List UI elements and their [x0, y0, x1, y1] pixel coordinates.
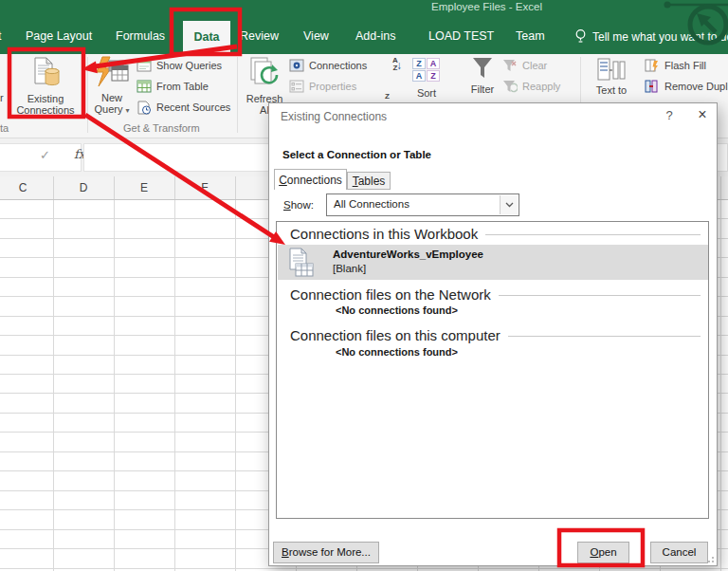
- group-label-partial: ta: [0, 122, 9, 134]
- no-connections-network: <No connections found>: [336, 304, 458, 316]
- flash-fill-label: Flash Fill: [664, 60, 706, 71]
- tab-tables[interactable]: Tables: [347, 172, 391, 190]
- connections-list[interactable]: Connections in this Workbook AdventureWo…: [276, 221, 709, 519]
- tab-view[interactable]: View: [303, 19, 329, 54]
- title-bar: Employee Files - Excel: [0, 0, 728, 19]
- new-query-button[interactable]: New Query ▾: [90, 55, 134, 115]
- enter-check-icon[interactable]: ✓: [40, 148, 50, 162]
- new-query-caret-icon: ▾: [126, 106, 130, 115]
- tab-formulas[interactable]: Formulas: [116, 19, 165, 54]
- existing-connections-label-2: Connections: [8, 104, 83, 116]
- cancel-button[interactable]: Cancel: [650, 542, 708, 563]
- tab-partial-left[interactable]: t: [0, 19, 1, 54]
- tab-data[interactable]: Data: [183, 19, 230, 54]
- sort-label: Sort: [408, 87, 446, 99]
- properties-button[interactable]: Properties: [289, 78, 356, 95]
- no-connections-computer: <No connections found>: [336, 346, 458, 358]
- ribbon-tab-row: t Page Layout Formulas Data Review View …: [0, 19, 728, 54]
- show-dropdown-value: All Connections: [334, 198, 410, 210]
- remove-duplicates-label: Remove Duplic: [664, 81, 728, 92]
- text-to-columns-icon: [597, 58, 626, 83]
- window-title: Employee Files - Excel: [431, 1, 542, 12]
- resize-grip[interactable]: [705, 554, 714, 562]
- dropdown-button[interactable]: [500, 195, 518, 214]
- browse-for-more-button[interactable]: Browse for More...: [273, 542, 379, 563]
- connections-icon: [289, 59, 304, 73]
- tab-page-layout[interactable]: Page Layout: [26, 19, 92, 54]
- existing-connections-dialog: Existing Connections ? × Select a Connec…: [268, 102, 718, 566]
- chevron-down-icon: [505, 202, 514, 208]
- text-to-columns-label: Text to: [590, 84, 633, 96]
- close-icon[interactable]: ×: [691, 106, 714, 125]
- reapply-filter-label: Reapply: [522, 81, 560, 92]
- remove-duplicates-button[interactable]: Remove Duplic: [645, 78, 728, 95]
- sort-descending-partial[interactable]: Z: [385, 92, 390, 101]
- existing-connections-icon: [29, 57, 62, 91]
- filter-label: Filter: [463, 83, 502, 95]
- reapply-filter-button[interactable]: Reapply: [502, 78, 560, 95]
- column-header-d[interactable]: D: [53, 176, 114, 200]
- existing-connections-button[interactable]: Existing Connections: [8, 55, 83, 116]
- recorder-watermark-icon: [660, 0, 728, 46]
- column-header-f[interactable]: F: [174, 176, 235, 200]
- dialog-title: Existing Connections: [281, 110, 387, 123]
- sort-dialog-icon: Z A A Z: [412, 58, 441, 82]
- new-query-label-1: New: [90, 92, 134, 103]
- tab-load-test[interactable]: LOAD TEST: [428, 19, 494, 54]
- group-header-computer: Connection files on this computer: [290, 327, 701, 343]
- tab-connections[interactable]: Connections: [274, 169, 347, 190]
- column-header-c[interactable]: C: [0, 176, 53, 200]
- connection-file-icon: [288, 248, 315, 277]
- clear-filter-button[interactable]: Clear: [502, 57, 547, 74]
- from-table-icon: [136, 80, 152, 94]
- connections-label: Connections: [309, 60, 367, 71]
- partial-left-button-text: r: [0, 92, 4, 103]
- filter-icon: [472, 57, 493, 82]
- show-queries-label: Show Queries: [156, 60, 222, 71]
- group-divider: [237, 57, 238, 133]
- dialog-heading: Select a Connection or Table: [282, 149, 431, 160]
- recent-sources-icon: [136, 101, 152, 115]
- excel-window: Employee Files - Excel t Page Layout For…: [0, 0, 728, 571]
- connection-detail: [Blank]: [333, 263, 366, 274]
- recent-sources-button[interactable]: Recent Sources: [136, 99, 230, 116]
- tab-add-ins[interactable]: Add-ins: [355, 19, 395, 54]
- new-query-icon: [93, 56, 131, 90]
- lightbulb-icon: [574, 28, 587, 45]
- new-query-label-2: Query: [94, 103, 122, 115]
- column-header-e[interactable]: E: [114, 176, 174, 200]
- from-table-label: From Table: [156, 81, 209, 92]
- clear-filter-label: Clear: [522, 60, 547, 71]
- connection-name: AdventureWorks_vEmployee: [333, 249, 483, 260]
- text-to-columns-button[interactable]: Text to: [590, 55, 633, 96]
- flash-fill-icon: [645, 59, 660, 73]
- group-header-network: Connection files on the Network: [290, 286, 701, 303]
- clear-filter-icon: [502, 59, 518, 73]
- sort-ascending-button[interactable]: A Z ↓: [384, 57, 407, 72]
- tab-team[interactable]: Team: [516, 19, 545, 54]
- group-divider: [87, 57, 88, 133]
- show-label: Show:: [283, 199, 314, 211]
- open-button[interactable]: Open: [577, 542, 629, 563]
- refresh-all-icon: [248, 57, 281, 91]
- sort-button[interactable]: Z A A Z Sort: [408, 55, 446, 99]
- group-header-workbook: Connections in this Workbook: [290, 226, 701, 242]
- tab-review[interactable]: Review: [240, 19, 279, 54]
- reapply-filter-icon: [502, 80, 518, 94]
- properties-label: Properties: [309, 81, 356, 92]
- connections-button[interactable]: Connections: [289, 57, 367, 74]
- sort-az-arrow-icon: ↓: [396, 59, 402, 72]
- remove-duplicates-icon: [645, 80, 660, 94]
- show-queries-button[interactable]: Show Queries: [136, 57, 222, 74]
- filter-button[interactable]: Filter: [463, 55, 502, 95]
- show-connections-dropdown[interactable]: All Connections: [326, 193, 519, 216]
- show-queries-icon: [136, 59, 152, 73]
- recent-sources-label: Recent Sources: [156, 101, 230, 113]
- connection-item-adventureworks[interactable]: AdventureWorks_vEmployee [Blank]: [278, 245, 709, 280]
- group-label-get-transform: Get & Transform: [123, 122, 200, 134]
- existing-connections-label-1: Existing: [8, 93, 83, 104]
- from-table-button[interactable]: From Table: [136, 78, 209, 95]
- flash-fill-button[interactable]: Flash Fill: [645, 57, 706, 74]
- help-icon[interactable]: ?: [660, 108, 679, 125]
- properties-icon: [289, 80, 304, 94]
